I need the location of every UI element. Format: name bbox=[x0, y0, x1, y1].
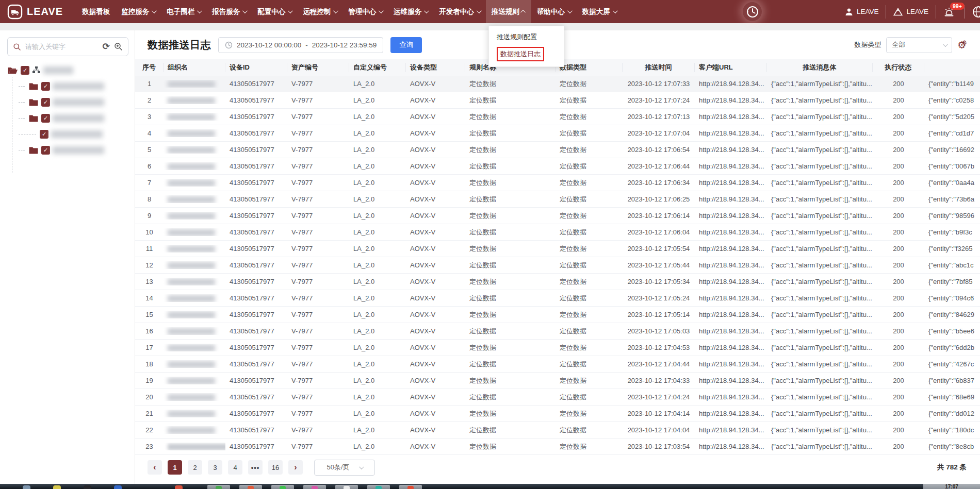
table-row[interactable]: 9 413050517977 V-7977 LA_2.0 AOVX-V 定位数据… bbox=[135, 208, 980, 224]
checkbox-checked[interactable]: ✓ bbox=[41, 146, 50, 155]
cell-status: 200 bbox=[873, 261, 924, 269]
nav-item[interactable]: 运维服务 bbox=[388, 0, 433, 23]
page-button[interactable]: 1 bbox=[168, 460, 182, 475]
cell-org-name bbox=[164, 261, 225, 269]
nav-item[interactable]: 推送规则 bbox=[486, 0, 531, 23]
table-row[interactable]: 8 413050517977 V-7977 LA_2.0 AOVX-V 定位数据… bbox=[135, 191, 980, 208]
organization-name: LEAVE bbox=[906, 8, 928, 15]
nav-item[interactable]: 配置中心 bbox=[252, 0, 297, 23]
data-type-select[interactable]: 全部 bbox=[886, 37, 952, 53]
user-menu[interactable]: LEAVE bbox=[845, 8, 879, 16]
tree-child-node[interactable]: ✓ bbox=[7, 96, 128, 108]
taskbar-window-button[interactable] bbox=[239, 485, 262, 489]
cell-data-type: 定位数据 bbox=[556, 327, 623, 336]
dropdown-menu-item[interactable]: 推送规则配置 bbox=[489, 29, 564, 45]
refresh-icon[interactable]: ⟳ bbox=[103, 42, 110, 51]
tree-child-node[interactable]: ✓ bbox=[7, 128, 128, 140]
table-row[interactable]: 2 413050517977 V-7977 LA_2.0 AOVX-V 定位数据… bbox=[135, 92, 980, 109]
nav-item[interactable]: 数据看板 bbox=[76, 0, 116, 23]
nav-item[interactable]: 电子围栏 bbox=[161, 0, 206, 23]
tree-child-node[interactable]: ✓ bbox=[7, 144, 128, 156]
window-app-icon bbox=[312, 486, 318, 489]
page-button[interactable]: 3 bbox=[208, 460, 222, 475]
nav-item[interactable]: 监控服务 bbox=[116, 0, 161, 23]
checkbox-checked[interactable]: ✓ bbox=[40, 130, 48, 139]
tree-child-node[interactable]: ✓ bbox=[7, 112, 128, 124]
next-page-button[interactable]: › bbox=[288, 460, 303, 475]
taskbar-window-button[interactable] bbox=[335, 485, 358, 489]
taskbar-window-button[interactable] bbox=[399, 485, 422, 489]
taskbar-app-icon[interactable] bbox=[114, 485, 122, 489]
cell-client-url: http://218.94.128.34... bbox=[695, 344, 767, 351]
history-clock-button[interactable] bbox=[743, 2, 762, 21]
tree-root-node[interactable]: ✓ bbox=[7, 64, 128, 76]
checkbox-checked[interactable]: ✓ bbox=[21, 66, 29, 75]
cell-device-id: 413050517977 bbox=[225, 228, 287, 236]
table-row[interactable]: 16 413050517977 V-7977 LA_2.0 AOVX-V 定位数… bbox=[135, 323, 980, 340]
zoom-in-icon[interactable] bbox=[114, 42, 123, 51]
table-row[interactable]: 12 413050517977 V-7977 LA_2.0 AOVX-V 定位数… bbox=[135, 257, 980, 274]
taskbar-app-icon[interactable] bbox=[84, 485, 91, 489]
settings-gears-icon[interactable]: ⚙⚙ bbox=[957, 40, 967, 50]
taskbar-window-button[interactable] bbox=[207, 485, 230, 489]
page-size-select[interactable]: 50条/页 bbox=[314, 460, 375, 476]
table-row[interactable]: 21 413050517977 V-7977 LA_2.0 AOVX-V 定位数… bbox=[135, 406, 980, 422]
page-button[interactable]: 4 bbox=[228, 460, 242, 475]
cell-response: {"entity":"68e69 bbox=[924, 393, 980, 401]
checkbox-checked[interactable]: ✓ bbox=[41, 82, 50, 91]
previous-page-button[interactable]: ‹ bbox=[148, 460, 162, 475]
nav-item[interactable]: 管理中心 bbox=[342, 0, 388, 23]
table-row[interactable]: 3 413050517977 V-7977 LA_2.0 AOVX-V 定位数据… bbox=[135, 109, 980, 125]
table-row[interactable]: 5 413050517977 V-7977 LA_2.0 AOVX-V 定位数据… bbox=[135, 142, 980, 158]
table-row[interactable]: 17 413050517977 V-7977 LA_2.0 AOVX-V 定位数… bbox=[135, 340, 980, 356]
table-row[interactable]: 4 413050517977 V-7977 LA_2.0 AOVX-V 定位数据… bbox=[135, 125, 980, 142]
taskbar-app-icon[interactable] bbox=[144, 485, 152, 489]
user-name: LEAVE bbox=[857, 8, 879, 15]
organization-menu[interactable]: LEAVE bbox=[893, 8, 928, 16]
nav-item[interactable]: 远程控制 bbox=[297, 0, 342, 23]
dropdown-menu-item[interactable]: 数据推送日志 bbox=[489, 45, 564, 64]
page-button[interactable]: 2 bbox=[188, 460, 202, 475]
taskbar-window-button[interactable] bbox=[271, 485, 294, 489]
search-input[interactable] bbox=[25, 43, 99, 50]
nav-item[interactable]: 帮助中心 bbox=[531, 0, 577, 23]
checkbox-checked[interactable]: ✓ bbox=[41, 98, 50, 107]
cell-device-id: 413050517977 bbox=[225, 245, 287, 252]
date-range-picker[interactable]: 2023-10-12 00:00:00 - 2023-10-12 23:59:5… bbox=[218, 37, 383, 53]
nav-item[interactable]: 开发者中心 bbox=[433, 0, 486, 23]
table-row[interactable]: 23 413050517977 V-7977 LA_2.0 AOVX-V 定位数… bbox=[135, 439, 980, 455]
more-pages-button[interactable]: ••• bbox=[248, 460, 263, 475]
taskbar-app-icon[interactable] bbox=[23, 485, 30, 489]
query-button[interactable]: 查询 bbox=[390, 37, 422, 53]
table-row[interactable]: 1 413050517977 V-7977 LA_2.0 AOVX-V 定位数据… bbox=[135, 76, 980, 92]
table-row[interactable]: 14 413050517977 V-7977 LA_2.0 AOVX-V 定位数… bbox=[135, 290, 980, 307]
table-row[interactable]: 15 413050517977 V-7977 LA_2.0 AOVX-V 定位数… bbox=[135, 307, 980, 323]
column-header: 推送消息体 bbox=[767, 63, 873, 72]
cell-custom-no: LA_2.0 bbox=[349, 212, 406, 220]
cell-status: 200 bbox=[873, 113, 924, 121]
table-row[interactable]: 10 413050517977 V-7977 LA_2.0 AOVX-V 定位数… bbox=[135, 224, 980, 241]
taskbar-window-button[interactable] bbox=[367, 485, 390, 489]
page-button[interactable]: 16 bbox=[268, 460, 283, 475]
taskbar-app-icon[interactable] bbox=[53, 485, 61, 489]
table-row[interactable]: 7 413050517977 V-7977 LA_2.0 AOVX-V 定位数据… bbox=[135, 175, 980, 191]
checkbox-checked[interactable]: ✓ bbox=[41, 114, 50, 123]
cell-status: 200 bbox=[873, 146, 924, 154]
table-row[interactable]: 19 413050517977 V-7977 LA_2.0 AOVX-V 定位数… bbox=[135, 373, 980, 389]
table-row[interactable]: 11 413050517977 V-7977 LA_2.0 AOVX-V 定位数… bbox=[135, 241, 980, 257]
table-row[interactable]: 6 413050517977 V-7977 LA_2.0 AOVX-V 定位数据… bbox=[135, 158, 980, 175]
table-row[interactable]: 20 413050517977 V-7977 LA_2.0 AOVX-V 定位数… bbox=[135, 389, 980, 406]
nav-item[interactable]: 报告服务 bbox=[206, 0, 252, 23]
table-row[interactable]: 22 413050517977 V-7977 LA_2.0 AOVX-V 定位数… bbox=[135, 422, 980, 439]
alarm-bell-button[interactable]: 99+ bbox=[943, 7, 955, 17]
cell-asset-no: V-7977 bbox=[287, 245, 349, 252]
tree-child-node[interactable]: ✓ bbox=[7, 80, 128, 92]
table-row[interactable]: 13 413050517977 V-7977 LA_2.0 AOVX-V 定位数… bbox=[135, 274, 980, 290]
nav-item[interactable]: 数据大屏 bbox=[577, 0, 622, 23]
brand-logo[interactable]: LEAVE bbox=[7, 4, 63, 20]
table-row[interactable]: 18 413050517977 V-7977 LA_2.0 AOVX-V 定位数… bbox=[135, 356, 980, 373]
taskbar-app-icon[interactable] bbox=[175, 485, 183, 489]
language-globe-button[interactable] bbox=[972, 5, 980, 19]
nav-item-label: 管理中心 bbox=[348, 7, 376, 16]
taskbar-window-button[interactable] bbox=[303, 485, 326, 489]
